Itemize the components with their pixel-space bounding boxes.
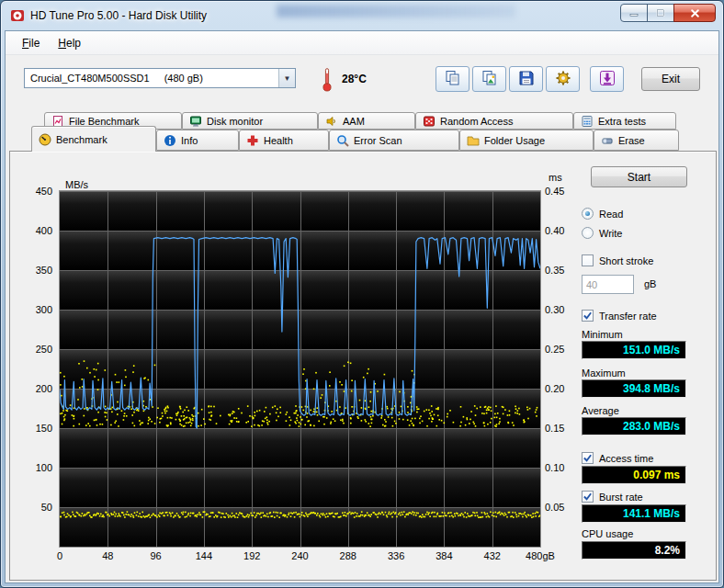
burst-rate-checkbox[interactable] — [582, 491, 594, 503]
tab-label: Benchmark — [56, 134, 107, 145]
minimum-label: Minimum — [582, 329, 623, 340]
x-axis-tick: 192 — [243, 550, 260, 561]
tab-extra-tests[interactable]: Extra tests — [573, 112, 676, 130]
x-axis: 04896144192240288336384432480gB — [60, 550, 540, 563]
short-stroke-size-input[interactable] — [582, 275, 634, 294]
close-button[interactable] — [673, 4, 716, 22]
y-left-tick: 50 — [41, 502, 52, 513]
tab-disk-monitor[interactable]: Disk monitor — [182, 112, 318, 130]
y-left-tick: 400 — [36, 225, 52, 236]
maximum-value: 394.8 MB/s — [582, 379, 686, 398]
speaker-icon — [325, 115, 338, 128]
x-axis-tick: 432 — [484, 550, 501, 561]
save-icon — [517, 69, 536, 89]
temperature-value: 28°C — [342, 73, 367, 85]
copy-button[interactable] — [436, 66, 469, 92]
drive-size: (480 gB) — [164, 73, 203, 84]
tab-error-scan[interactable]: Error Scan — [329, 130, 459, 151]
x-axis-tick: 288 — [340, 550, 356, 561]
short-stroke-checkbox[interactable] — [582, 254, 594, 266]
close-icon — [690, 8, 700, 18]
access-time-label: Access time — [599, 453, 653, 464]
tab-health[interactable]: Health — [239, 130, 329, 151]
read-option-row: Read — [582, 208, 623, 220]
cpu-usage-value: 8.2% — [582, 541, 686, 560]
x-axis-tick: 336 — [388, 550, 404, 561]
tab-label: Extra tests — [598, 116, 646, 127]
disk-monitor-icon — [189, 115, 202, 128]
gear-icon — [554, 69, 572, 89]
exit-button[interactable]: Exit — [641, 67, 700, 91]
y-right-tick: 0.05 — [545, 502, 564, 513]
average-label: Average — [582, 405, 619, 416]
menu-help[interactable]: Help — [49, 33, 90, 53]
y-right-tick: 0.25 — [545, 344, 564, 355]
app-window: HD Tune Pro 5.00 - Hard Disk Utility Fil… — [0, 0, 724, 588]
tab-info[interactable]: Info — [156, 130, 239, 151]
y-right-tick: 0.20 — [545, 383, 564, 394]
tab-label: Disk monitor — [207, 116, 263, 127]
short-stroke-row: Short stroke — [582, 254, 653, 266]
y-right-unit-label: ms — [549, 172, 562, 183]
y-right-tick: 0.10 — [545, 462, 564, 473]
y-left-tick: 250 — [36, 344, 52, 355]
tab-label: File Benchmark — [69, 116, 139, 127]
maximize-button[interactable] — [647, 4, 674, 22]
x-axis-tick: 240 — [291, 550, 308, 561]
y-left-tick: 450 — [36, 186, 52, 197]
thermometer-icon — [322, 67, 333, 92]
copy-icon — [444, 69, 462, 89]
chevron-down-icon[interactable]: ▼ — [278, 69, 295, 87]
tab-folder-usage[interactable]: Folder Usage — [459, 130, 594, 151]
tab-label: Erase — [618, 135, 645, 146]
export-button[interactable] — [590, 66, 624, 92]
tab-aam[interactable]: AAM — [318, 112, 415, 130]
eraser-icon — [601, 134, 614, 147]
y-right-tick: 0.40 — [545, 225, 564, 236]
x-axis-tick: 144 — [196, 550, 212, 561]
cpu-usage-label: CPU usage — [582, 528, 633, 539]
window-controls — [620, 4, 716, 22]
save-button[interactable] — [509, 66, 543, 92]
burst-rate-value-text: 141.1 MB/s — [623, 507, 680, 520]
access-time-row: Access time — [582, 452, 653, 464]
calculator-icon — [581, 115, 594, 128]
y-left-unit-label: MB/s — [65, 179, 88, 190]
menu-file[interactable]: File — [13, 33, 49, 53]
tab-random-access[interactable]: Random Access — [415, 112, 573, 130]
short-stroke-label: Short stroke — [599, 255, 653, 266]
health-cross-icon — [246, 134, 259, 147]
burst-rate-label: Burst rate — [599, 492, 643, 503]
access-time-checkbox[interactable] — [582, 452, 594, 464]
copy-image-button[interactable] — [472, 66, 506, 92]
settings-button[interactable] — [546, 66, 580, 92]
y-left-tick: 300 — [36, 304, 52, 315]
info-icon — [164, 134, 176, 147]
write-option-row: Write — [582, 227, 622, 239]
access-time-value: 0.097 ms — [582, 466, 686, 484]
minimize-button[interactable] — [620, 4, 648, 22]
side-panel: Start Read Write Short stroke gB — [571, 152, 716, 582]
minimize-icon — [629, 8, 639, 17]
y-right-tick: 0.35 — [545, 265, 564, 276]
start-button[interactable]: Start — [591, 166, 687, 187]
transfer-rate-checkbox[interactable] — [582, 310, 594, 322]
magnifier-icon — [336, 134, 349, 147]
tab-benchmark[interactable]: Benchmark — [31, 126, 156, 152]
read-radio[interactable] — [582, 208, 594, 220]
hdtune-app-icon — [10, 8, 25, 23]
tab-label: Info — [181, 135, 198, 146]
drive-select[interactable]: Crucial_CT480M500SSD1 (480 gB) ▼ — [24, 68, 296, 88]
x-axis-tick: 480gB — [526, 550, 555, 561]
cpu-usage-value-text: 8.2% — [655, 544, 680, 557]
average-value-text: 283.0 MB/s — [623, 420, 680, 433]
write-radio[interactable] — [582, 227, 594, 239]
burst-rate-row: Burst rate — [582, 491, 643, 503]
short-stroke-unit-label: gB — [644, 278, 656, 289]
titlebar[interactable]: HD Tune Pro 5.00 - Hard Disk Utility — [1, 1, 723, 30]
check-icon — [583, 311, 593, 321]
average-value: 283.0 MB/s — [582, 417, 686, 435]
tab-erase[interactable]: Erase — [594, 130, 679, 151]
maximum-value-text: 394.8 MB/s — [623, 382, 680, 395]
chart-canvas — [60, 191, 540, 547]
